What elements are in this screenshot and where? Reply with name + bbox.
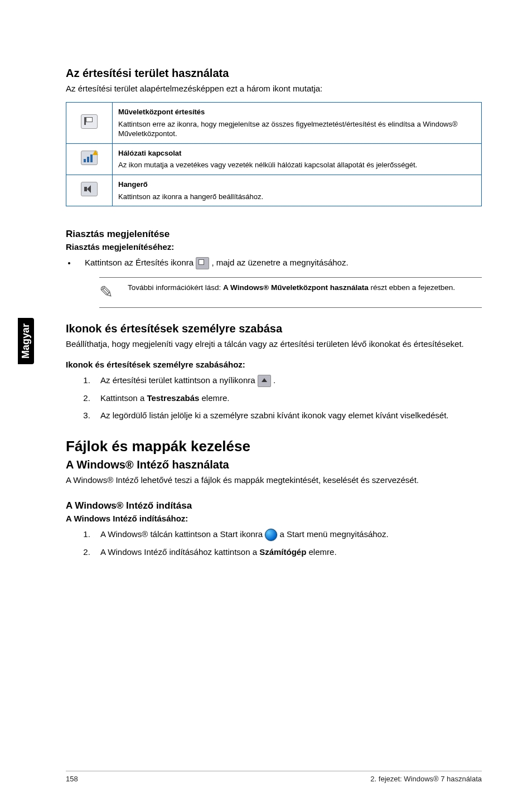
text-part: részt ebben a fejezetben.	[369, 283, 455, 292]
heading-explorer-use: A Windows® Intéző használata	[66, 458, 482, 471]
arrow-up-icon	[258, 375, 271, 387]
note-text: További információkért lásd: A Windows® …	[128, 283, 455, 292]
row-desc: Az ikon mutatja a vezetékes vagy vezeték…	[118, 161, 417, 169]
text-part: További információkért lásd:	[128, 283, 223, 292]
page-number: 158	[66, 775, 78, 783]
text-bold: Testreszabás	[147, 393, 199, 403]
text-bold: Számítógép	[259, 547, 306, 557]
list-item: Az legördülő listán jelölje ki a személy…	[93, 410, 482, 421]
notification-icons-table: Műveletközpont értesítés Kattintson erre…	[66, 102, 482, 206]
icon-cell	[66, 175, 113, 206]
pen-icon: ✎	[99, 282, 113, 302]
text-part: Kattintson az Értesítés ikonra	[85, 258, 196, 267]
row-desc: Kattintson az ikonra a hangerő beállítás…	[118, 192, 263, 201]
text-part: Kattintson a	[100, 393, 147, 403]
table-row: Műveletközpont értesítés Kattintson erre…	[66, 103, 482, 144]
heading-files-folders: Fájlok és mappák kezelése	[66, 438, 482, 455]
subhead-explorer-start: A Windows Intéző indításához:	[66, 514, 482, 523]
volume-icon	[81, 182, 98, 196]
list-item: Az értesítési terület kattintson a nyíli…	[93, 375, 482, 387]
row-desc: Kattintson erre az ikonra, hogy megjelen…	[118, 120, 458, 138]
table-cell: Hangerő Kattintson az ikonra a hangerő b…	[113, 175, 482, 206]
steps-explorer: A Windows® tálcán kattintson a Start iko…	[66, 529, 482, 558]
intro-notification-area: Az értesítési terület alapértelmezésképp…	[66, 83, 482, 94]
list-item: A Windows® tálcán kattintson a Start iko…	[93, 529, 482, 541]
row-title: Hálózati kapcsolat	[118, 148, 476, 158]
text-part: A Windows® tálcán kattintson a Start iko…	[100, 529, 265, 539]
table-row: Hálózati kapcsolat Az ikon mutatja a vez…	[66, 143, 482, 175]
list-item: A Windows Intéző indításához kattintson …	[93, 547, 482, 558]
intro-explorer: A Windows® Intéző lehetővé teszi a fájlo…	[66, 475, 482, 486]
text-part: elemre.	[199, 393, 229, 403]
steps-customize: Az értesítési terület kattintson a nyíli…	[66, 375, 482, 421]
icon-cell	[66, 103, 113, 144]
heading-show-alert: Riasztás megjelenítése	[66, 229, 482, 240]
text-part: a Start menü megnyitásához.	[280, 529, 389, 539]
row-title: Műveletközpont értesítés	[118, 107, 476, 117]
table-cell: Műveletközpont értesítés Kattintson erre…	[113, 103, 482, 144]
heading-customize-icons: Ikonok és értesítések személyre szabása	[66, 322, 482, 335]
bullet-text: Kattintson az Értesítés ikonra , majd az…	[85, 257, 349, 269]
action-center-icon	[81, 114, 98, 129]
subhead-customize-icons: Ikonok és értesítések személyre szabásáh…	[66, 360, 482, 369]
windows-start-icon	[265, 529, 277, 541]
icon-cell	[66, 143, 113, 175]
notification-flag-icon	[196, 257, 209, 269]
table-row: Hangerő Kattintson az ikonra a hangerő b…	[66, 175, 482, 206]
network-icon	[81, 151, 98, 165]
text-part: , majd az üzenetre a megnyitásához.	[211, 258, 348, 267]
note-block: ✎ További információkért lásd: A Windows…	[99, 277, 482, 308]
subhead-show-alert: Riasztás megjelenítéséhez:	[66, 242, 482, 252]
page-footer: 158 2. fejezet: Windows® 7 használata	[66, 771, 482, 783]
row-title: Hangerő	[118, 180, 476, 190]
intro-customize-icons: Beállíthatja, hogy megjeleníti vagy elre…	[66, 339, 482, 350]
text-part: .	[273, 375, 275, 385]
text-part: elemre.	[306, 547, 336, 557]
heading-explorer-start: A Windows® Intéző indítása	[66, 500, 482, 511]
table-cell: Hálózati kapcsolat Az ikon mutatja a vez…	[113, 143, 482, 175]
chapter-label: 2. fejezet: Windows® 7 használata	[370, 775, 482, 783]
list-item: Kattintson a Testreszabás elemre.	[93, 393, 482, 404]
language-tab: Magyar	[18, 318, 34, 364]
bullet-item: Kattintson az Értesítés ikonra , majd az…	[66, 257, 482, 269]
text-part: A Windows Intéző indításához kattintson …	[100, 547, 259, 557]
bullet-icon	[68, 262, 70, 264]
text-bold: A Windows® Műveletközpont használata	[223, 283, 369, 292]
heading-notification-area: Az értesítési terület használata	[66, 67, 482, 80]
text-part: Az értesítési terület kattintson a nyíli…	[100, 375, 258, 385]
